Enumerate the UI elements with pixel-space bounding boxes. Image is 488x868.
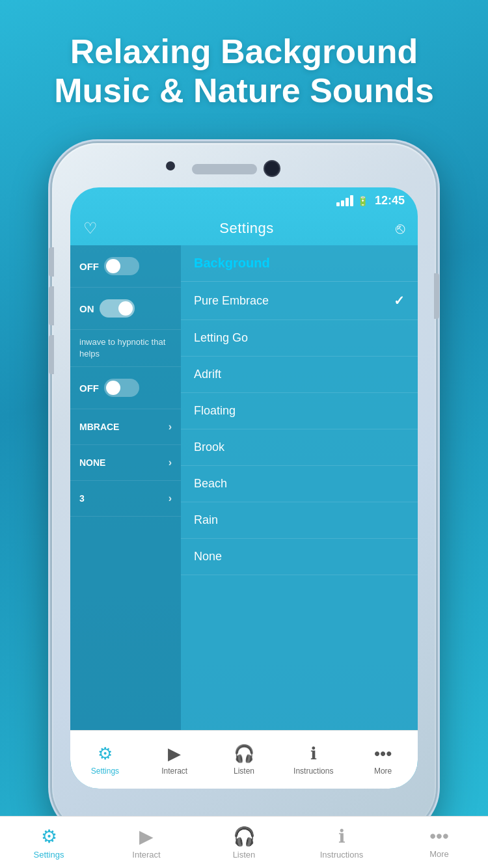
front-sensor — [166, 161, 175, 170]
list-section-header: Background — [181, 245, 418, 282]
chevron-right-icon-3: › — [169, 493, 172, 504]
app-header: ♡ Settings ⎋ — [70, 214, 418, 245]
list-items-container: Pure Embrace ✓ Letting Go Adrift Floatin… — [181, 282, 418, 575]
tab-more[interactable]: ••• More — [348, 737, 418, 782]
share-icon[interactable]: ⎋ — [396, 219, 405, 237]
list-item-label-3: Floating — [194, 404, 236, 418]
tab-label-2: Listen — [234, 766, 254, 776]
page-tab-icon-0: ⚙ — [41, 826, 57, 847]
page-tab-instructions[interactable]: ℹ Instructions — [293, 819, 390, 866]
signal-bar-4 — [350, 195, 353, 206]
list-item-label-0: Pure Embrace — [194, 294, 269, 308]
toggle-label-2: ON — [79, 303, 94, 314]
status-bar: 🔋 12:45 — [70, 187, 418, 214]
toggle-row-2: ON — [70, 288, 181, 330]
hero-title: Relaxing Background Music & Nature Sound… — [0, 0, 488, 130]
page-tab-icon-2: 🎧 — [233, 826, 256, 847]
sidebar-description: inwave to hypnotic that helps — [70, 330, 181, 367]
tab-icon-2: 🎧 — [234, 744, 254, 764]
page-tab-icon-3: ℹ — [338, 826, 346, 847]
page-bottom-bar: ⚙ Settings ▶ Interact 🎧 Listen ℹ Instruc… — [0, 816, 488, 868]
list-item-label-5: Beach — [194, 477, 227, 491]
tab-settings[interactable]: ⚙ Settings — [70, 737, 140, 782]
list-item-0[interactable]: Pure Embrace ✓ — [181, 282, 418, 320]
page-tab-label-1: Interact — [132, 850, 160, 860]
list-item-label-1: Letting Go — [194, 331, 248, 345]
toggle-switch-3[interactable] — [104, 379, 139, 397]
volume-up-button — [49, 286, 54, 325]
screen-title: Settings — [219, 220, 274, 237]
chevron-right-icon-2: › — [169, 457, 172, 468]
tab-label-3: Instructions — [293, 766, 333, 776]
toggle-knob-2 — [118, 301, 133, 316]
tab-icon-4: ••• — [374, 744, 392, 764]
tab-icon-0: ⚙ — [98, 744, 113, 764]
page-tab-listen[interactable]: 🎧 Listen — [195, 819, 293, 866]
signal-bar-3 — [346, 198, 349, 206]
signal-bar-2 — [341, 200, 344, 206]
list-item-label-4: Brook — [194, 441, 224, 454]
page-tab-label-2: Listen — [233, 850, 256, 860]
list-item-label-6: Rain — [194, 513, 218, 527]
sidebar-nav-3-label: 3 — [79, 493, 85, 504]
toggle-row-1: OFF — [70, 245, 181, 288]
toggle-switch-2[interactable] — [100, 299, 135, 318]
chevron-right-icon: › — [169, 421, 172, 433]
toggle-knob-1 — [106, 259, 120, 273]
tab-listen[interactable]: 🎧 Listen — [210, 737, 279, 782]
list-item-label-2: Adrift — [194, 368, 221, 381]
list-item-5[interactable]: Beach — [181, 466, 418, 502]
tab-instructions[interactable]: ℹ Instructions — [278, 737, 348, 782]
list-item-1[interactable]: Letting Go — [181, 320, 418, 357]
list-item-label-7: None — [194, 550, 222, 563]
page-tab-settings[interactable]: ⚙ Settings — [0, 819, 98, 866]
page-tab-icon-1: ▶ — [139, 826, 154, 847]
phone-screen: 🔋 12:45 ♡ Settings ⎋ OFF — [70, 187, 418, 789]
signal-icon — [336, 195, 353, 206]
toggle-label-1: OFF — [79, 261, 99, 272]
tab-interact[interactable]: ▶ Interact — [140, 737, 210, 782]
background-list: Background Pure Embrace ✓ Letting Go Adr… — [181, 245, 418, 778]
page-tab-label-3: Instructions — [320, 850, 363, 860]
sidebar-nav-embrace[interactable]: MBRACE › — [70, 409, 181, 445]
front-camera — [264, 160, 280, 177]
list-item-2[interactable]: Adrift — [181, 357, 418, 393]
page-tab-more[interactable]: ••• More — [390, 819, 488, 865]
list-item-4[interactable]: Brook — [181, 429, 418, 466]
tab-icon-3: ℹ — [310, 744, 317, 764]
battery-icon: 🔋 — [357, 196, 368, 206]
list-item-7[interactable]: None — [181, 539, 418, 575]
power-button — [434, 273, 439, 319]
sidebar-nav-none-label: NONE — [79, 457, 105, 468]
page-tab-label-0: Settings — [34, 850, 64, 860]
volume-down-button — [49, 335, 54, 374]
tab-bar: ⚙ Settings ▶ Interact 🎧 Listen ℹ Instruc… — [70, 730, 418, 789]
page-tab-interact[interactable]: ▶ Interact — [98, 819, 195, 866]
phone-frame: 🔋 12:45 ♡ Settings ⎋ OFF — [52, 143, 436, 833]
tab-label-1: Interact — [161, 766, 187, 776]
sidebar-nav-embrace-label: MBRACE — [79, 422, 119, 432]
page-tab-label-4: More — [429, 849, 449, 859]
toggle-row-3: OFF — [70, 367, 181, 409]
list-item-3[interactable]: Floating — [181, 393, 418, 429]
toggle-switch-1[interactable] — [104, 257, 139, 275]
volume-silent-button — [49, 247, 54, 277]
signal-bar-1 — [336, 202, 340, 206]
tab-label-0: Settings — [91, 766, 119, 776]
sidebar-nav-none[interactable]: NONE › — [70, 445, 181, 481]
clock: 12:45 — [375, 194, 405, 208]
heart-icon[interactable]: ♡ — [83, 219, 98, 237]
checkmark-icon-0: ✓ — [394, 293, 405, 308]
left-sidebar: OFF ON inwave to hypnotic that helps — [70, 245, 181, 778]
speaker-grille — [192, 164, 257, 174]
list-item-6[interactable]: Rain — [181, 502, 418, 539]
sidebar-nav-3[interactable]: 3 › — [70, 481, 181, 517]
content-area: OFF ON inwave to hypnotic that helps — [70, 245, 418, 778]
page-tab-icon-4: ••• — [429, 826, 448, 847]
toggle-knob-3 — [106, 381, 120, 395]
tab-label-4: More — [374, 766, 392, 776]
toggle-label-3: OFF — [79, 383, 99, 394]
tab-icon-1: ▶ — [168, 744, 181, 764]
